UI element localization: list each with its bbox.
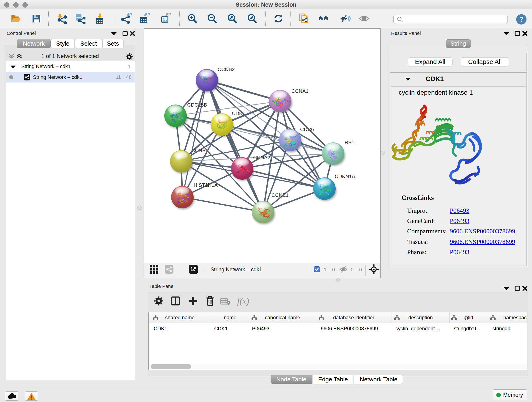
svg-text:CCNB2: CCNB2 [218,66,235,72]
svg-text:RB1: RB1 [345,140,355,145]
svg-text:CDK1: CDK1 [232,110,245,116]
svg-text:CDC25B: CDC25B [187,102,207,108]
svg-text:HIST1H1A: HIST1H1A [194,182,218,188]
svg-text:CDKN1A: CDKN1A [335,173,355,179]
svg-text:CCNE1: CCNE1 [272,192,289,198]
svg-text:CDC6: CDC6 [300,127,314,132]
svg-text:CCNB1: CCNB1 [191,148,209,153]
svg-text:CCNA2: CCNA2 [253,155,270,160]
svg-text:CCNA1: CCNA1 [291,88,309,94]
